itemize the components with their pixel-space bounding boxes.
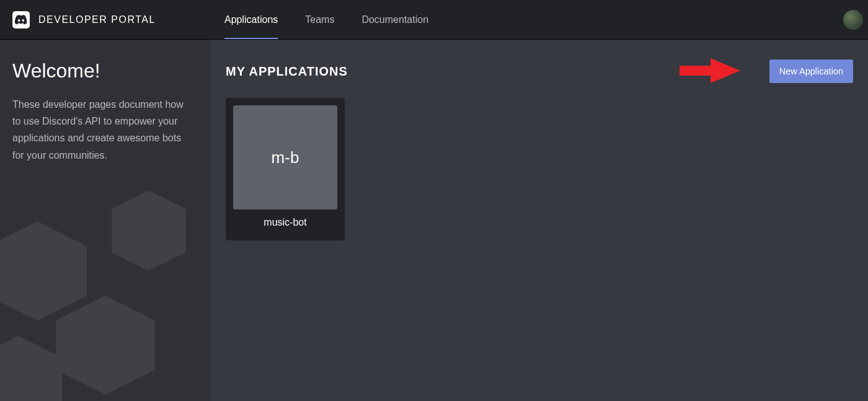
tab-applications[interactable]: Applications	[211, 0, 291, 39]
svg-marker-4	[56, 320, 105, 395]
new-application-button[interactable]: New Application	[769, 59, 853, 83]
sidebar-description: These developer pages document how to us…	[12, 96, 193, 164]
content-area: Welcome! These developer pages document …	[0, 40, 868, 401]
svg-marker-1	[0, 246, 37, 320]
svg-marker-10	[112, 209, 149, 271]
svg-marker-8	[19, 358, 62, 401]
svg-marker-0	[0, 221, 87, 271]
svg-marker-12	[680, 58, 740, 83]
main-panel: MY APPLICATIONS New Application m-b musi…	[211, 40, 868, 401]
svg-marker-5	[105, 320, 155, 395]
svg-marker-9	[112, 190, 186, 227]
logo-area: DEVELOPER PORTAL	[12, 11, 211, 29]
header-right	[843, 10, 856, 30]
svg-marker-3	[56, 296, 155, 345]
user-avatar[interactable]	[843, 10, 863, 30]
nav-tabs: Applications Teams Documentation	[211, 0, 442, 39]
applications-grid: m-b music-bot	[226, 98, 853, 240]
tab-label: Applications	[224, 14, 278, 25]
main-header: MY APPLICATIONS New Application	[226, 59, 853, 83]
app-thumbnail-text: m-b	[272, 148, 299, 167]
app-card-music-bot[interactable]: m-b music-bot	[226, 98, 345, 240]
tab-documentation[interactable]: Documentation	[348, 0, 442, 39]
decorative-isometric-icon	[0, 172, 211, 401]
tab-label: Teams	[305, 14, 334, 25]
tab-label: Documentation	[361, 14, 428, 25]
sidebar-title: Welcome!	[12, 59, 193, 82]
page-title: MY APPLICATIONS	[226, 64, 348, 79]
arrow-annotation-icon	[680, 57, 742, 84]
sidebar: Welcome! These developer pages document …	[0, 40, 211, 401]
discord-logo-icon	[12, 11, 30, 29]
svg-marker-7	[0, 358, 19, 401]
svg-marker-2	[37, 246, 87, 320]
top-header: DEVELOPER PORTAL Applications Teams Docu…	[0, 0, 868, 40]
svg-marker-6	[0, 336, 62, 379]
app-thumbnail: m-b	[233, 105, 337, 209]
logo-text: DEVELOPER PORTAL	[38, 14, 156, 25]
app-name-label: music-bot	[233, 217, 337, 233]
svg-marker-11	[149, 209, 186, 271]
tab-teams[interactable]: Teams	[291, 0, 348, 39]
